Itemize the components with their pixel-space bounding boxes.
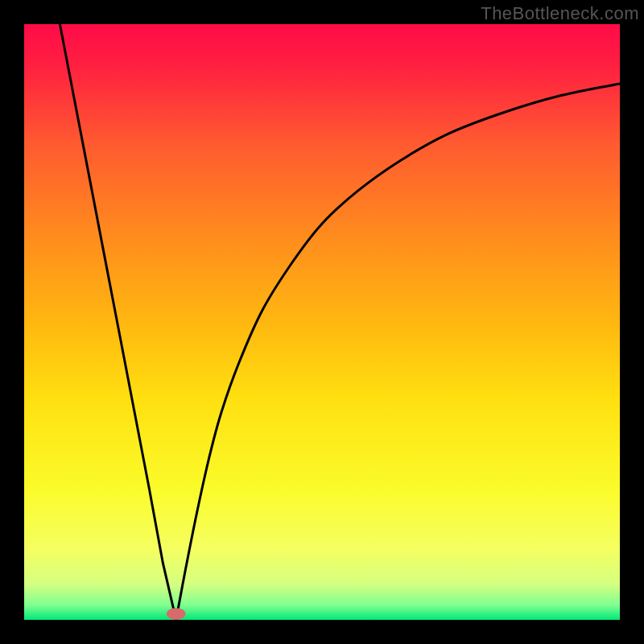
watermark-label: TheBottleneck.com	[481, 3, 639, 24]
min-marker	[167, 608, 186, 620]
chart-frame: TheBottleneck.com	[0, 0, 644, 644]
plot-area	[24, 24, 620, 620]
chart-svg	[24, 24, 620, 620]
gradient-background	[24, 24, 620, 620]
